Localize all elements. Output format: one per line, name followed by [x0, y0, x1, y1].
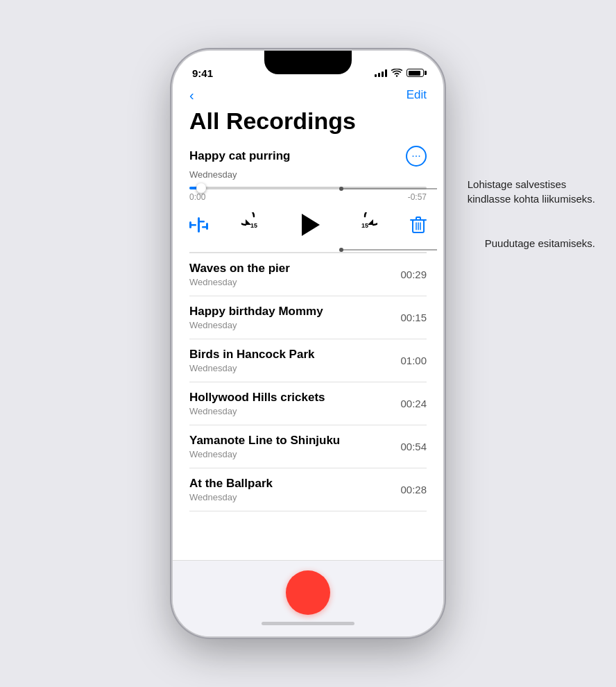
battery-icon — [407, 69, 424, 77]
back-button[interactable]: ‹ — [189, 89, 194, 102]
trash-icon — [410, 216, 427, 234]
callout-play: Puudutage esitamiseks. — [485, 236, 595, 251]
active-recording-name: Happy cat purring — [189, 149, 290, 163]
recording-item[interactable]: Waves on the pier Wednesday 00:29 — [189, 253, 427, 296]
svg-marker-12 — [368, 219, 373, 225]
nav-row: ‹ Edit — [189, 85, 427, 108]
recording-list: Waves on the pier Wednesday 00:29 Happy … — [189, 253, 427, 511]
active-recording-date: Wednesday — [189, 169, 427, 180]
svg-rect-9 — [202, 226, 208, 228]
play-triangle — [302, 214, 320, 236]
page-title: All Recordings — [189, 108, 427, 135]
recording-item[interactable]: Hollywood Hills crickets Wednesday 00:24 — [189, 382, 427, 425]
notch — [264, 51, 352, 74]
scrubber[interactable]: 0:00 -0:57 — [189, 187, 427, 202]
scrubber-time-end: -0:57 — [408, 192, 427, 202]
status-icons — [375, 69, 424, 77]
skip-forward-button[interactable]: 15 — [352, 212, 378, 238]
playback-controls: 15 15 — [189, 206, 427, 246]
svg-rect-5 — [189, 224, 196, 226]
scrubber-thumb[interactable] — [196, 183, 206, 193]
scrubber-time-start: 0:00 — [189, 192, 205, 202]
active-recording: Happy cat purring ··· Wednesday 0:00 -0:… — [189, 146, 427, 253]
more-options-button[interactable]: ··· — [406, 146, 427, 167]
svg-rect-16 — [416, 217, 420, 220]
recording-item[interactable]: Birds in Hancock Park Wednesday 01:00 — [189, 339, 427, 382]
edit-button[interactable]: Edit — [407, 88, 427, 102]
wifi-icon — [391, 69, 402, 77]
play-button[interactable] — [299, 214, 320, 236]
scrubber-times: 0:00 -0:57 — [189, 192, 427, 202]
record-button[interactable] — [286, 570, 330, 615]
callout-scrubber: Lohistage salvestises kindlasse kohta li… — [468, 177, 595, 206]
status-time: 9:41 — [192, 67, 213, 79]
svg-rect-6 — [198, 217, 200, 232]
svg-rect-7 — [198, 221, 205, 223]
signal-icon — [375, 69, 387, 77]
recording-item[interactable]: Yamanote Line to Shinjuku Wednesday 00:5… — [189, 425, 427, 468]
skip-forward-icon: 15 — [352, 212, 377, 237]
recording-item[interactable]: Happy birthday Mommy Wednesday 00:15 — [189, 296, 427, 339]
screen-content: ‹ Edit All Recordings Happy cat purring … — [173, 85, 443, 511]
svg-text:15: 15 — [361, 222, 368, 229]
equalizer-icon — [189, 217, 209, 232]
delete-button[interactable] — [410, 216, 427, 234]
equalizer-button[interactable] — [189, 217, 209, 232]
recording-item[interactable]: At the Ballpark Wednesday 00:28 — [189, 468, 427, 511]
scene: Lohistage salvestises kindlasse kohta li… — [0, 0, 616, 687]
svg-text:15: 15 — [250, 222, 257, 229]
skip-back-button[interactable]: 15 — [241, 212, 267, 238]
home-indicator — [262, 622, 354, 625]
bottom-toolbar — [173, 560, 443, 636]
phone: 9:41 — [173, 51, 443, 636]
scrubber-track[interactable] — [189, 187, 427, 189]
skip-back-icon: 15 — [241, 212, 266, 237]
